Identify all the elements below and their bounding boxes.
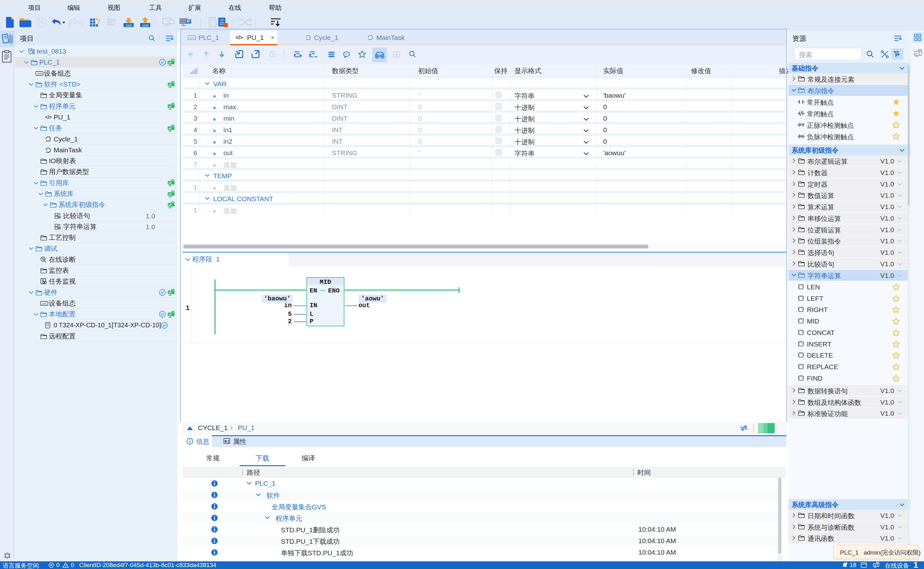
svg-text:10: 10 (220, 18, 223, 22)
svg-text:1100: 1100 (126, 24, 132, 27)
svg-text:1100: 1100 (142, 24, 148, 27)
